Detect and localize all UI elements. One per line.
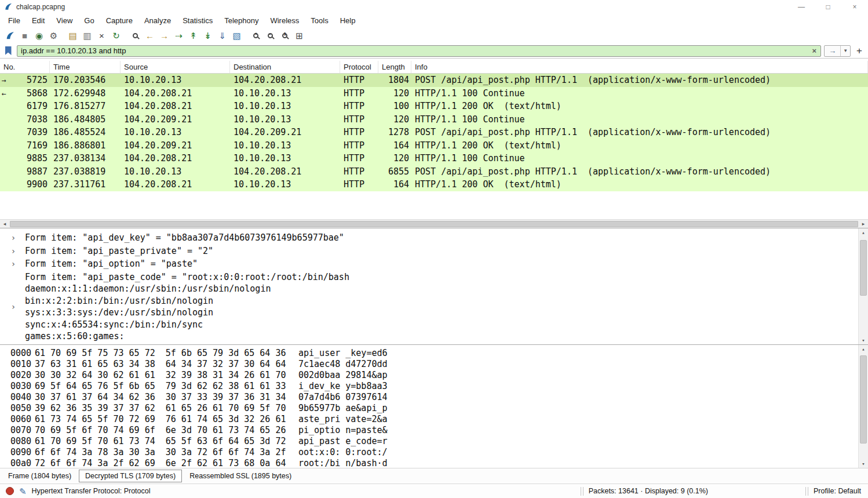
colorize-packets-button[interactable]: ▧: [229, 29, 244, 42]
hex-row[interactable]: 003069 5f 64 65 76 5f 6b 65 79 3d 62 62 …: [10, 381, 858, 392]
menu-item-capture[interactable]: Capture: [100, 14, 138, 27]
scroll-right-icon[interactable]: ▸: [859, 221, 868, 227]
auto-scroll-icon: ⇓: [218, 31, 226, 40]
go-forward-button[interactable]: →: [157, 29, 172, 42]
column-header-destination[interactable]: Destination: [230, 61, 340, 73]
expander-icon[interactable]: ›: [9, 233, 17, 242]
cell-no: 7169: [0, 140, 50, 151]
cell-length: 6855: [378, 166, 411, 177]
hex-row[interactable]: 00a072 6f 6f 74 3a 2f 62 69 6e 2f 62 61 …: [10, 458, 858, 468]
column-header-length[interactable]: Length: [378, 61, 411, 73]
menu-item-analyze[interactable]: Analyze: [138, 14, 177, 27]
reload-file-button[interactable]: ↻: [109, 29, 123, 42]
scroll-up-icon[interactable]: ▴: [859, 230, 868, 235]
expander-icon[interactable]: ›: [9, 246, 17, 256]
hex-vscrollbar[interactable]: ▴ ▾: [858, 345, 868, 468]
start-capture-button[interactable]: [3, 29, 17, 42]
menu-item-file[interactable]: File: [2, 14, 26, 27]
hex-row[interactable]: 001037 63 31 61 65 63 34 38 64 34 37 32 …: [10, 359, 858, 370]
column-header-no[interactable]: No.: [0, 61, 50, 73]
detail-scroll-thumb[interactable]: [860, 240, 867, 296]
hex-ascii: api_past e_code=r: [298, 436, 388, 446]
reassembled-ssl-tab[interactable]: Reassembled SSL (1895 bytes): [183, 470, 298, 482]
menu-item-telephony[interactable]: Telephony: [218, 14, 264, 27]
packet-list-hscrollbar[interactable]: ◂ ▸: [0, 219, 868, 228]
go-first-packet-button[interactable]: ↟: [186, 29, 200, 42]
close-button[interactable]: ×: [841, 0, 868, 13]
resize-columns-button[interactable]: ⊞: [292, 29, 307, 42]
packet-row[interactable]: →5725170.20354610.10.20.13104.20.208.21H…: [0, 74, 868, 87]
detail-item[interactable]: ›Form item: "api_option" = "paste": [0, 258, 858, 270]
save-file-button[interactable]: ▥: [80, 29, 94, 42]
decrypted-tls-tab[interactable]: Decrypted TLS (1709 bytes): [79, 470, 182, 482]
menu-item-edit[interactable]: Edit: [26, 14, 50, 27]
cell-protocol: HTTP: [340, 166, 378, 177]
menu-item-statistics[interactable]: Statistics: [177, 14, 218, 27]
expander-icon[interactable]: ›: [9, 259, 17, 268]
frame-tab[interactable]: Frame (1804 bytes): [2, 470, 78, 482]
packet-row[interactable]: ←5868172.629948104.20.208.2110.10.20.13H…: [0, 87, 868, 100]
hex-scroll-thumb[interactable]: [860, 355, 867, 444]
scroll-down-icon[interactable]: ▾: [859, 461, 868, 467]
capture-options-button[interactable]: ⚙: [46, 29, 61, 42]
column-header-time[interactable]: Time: [50, 61, 121, 73]
hex-row[interactable]: 008061 70 69 5f 70 61 73 74 65 5f 63 6f …: [10, 436, 858, 447]
find-packet-button[interactable]: [128, 29, 143, 42]
detail-vscrollbar[interactable]: ▴ ▾: [858, 228, 868, 344]
maximize-button[interactable]: □: [815, 0, 841, 13]
packet-row[interactable]: 9887237.03881910.10.20.13104.20.208.21HT…: [0, 165, 868, 179]
minimize-button[interactable]: —: [788, 0, 815, 13]
auto-scroll-button[interactable]: ⇓: [215, 29, 229, 42]
hex-row[interactable]: 006061 73 74 65 5f 70 72 69 76 61 74 65 …: [10, 414, 858, 425]
menu-item-help[interactable]: Help: [334, 14, 362, 27]
menu-item-tools[interactable]: Tools: [305, 14, 334, 27]
packet-row[interactable]: 6179176.815277104.20.208.2110.10.20.13HT…: [0, 100, 868, 113]
detail-item[interactable]: ›Form item: "api_paste_code" = "root:x:0…: [0, 271, 858, 343]
hex-row[interactable]: 000061 70 69 5f 75 73 65 72 5f 6b 65 79 …: [10, 348, 858, 359]
filter-clear-button[interactable]: ×: [811, 46, 819, 55]
zoom-100-button[interactable]: 1: [278, 29, 292, 42]
packet-row[interactable]: 7039186.48552410.10.20.13104.20.209.21HT…: [0, 126, 868, 139]
zoom-in-button[interactable]: +: [249, 29, 263, 42]
expert-info-icon[interactable]: [6, 487, 14, 495]
filter-apply-button[interactable]: →: [825, 46, 840, 55]
hex-row[interactable]: 007070 69 5f 6f 70 74 69 6f 6e 3d 70 61 …: [10, 425, 858, 436]
expander-icon[interactable]: ›: [9, 302, 17, 311]
detail-item[interactable]: ›Form item: "api_paste_private" = "2": [0, 245, 858, 257]
column-header-protocol[interactable]: Protocol: [340, 61, 378, 73]
open-file-button[interactable]: ▤: [65, 29, 80, 42]
cell-protocol: HTTP: [340, 88, 378, 99]
packet-row[interactable]: 9885237.038134104.20.208.2110.10.20.13HT…: [0, 152, 868, 165]
hex-offset: 0020: [10, 370, 31, 381]
menu-item-wireless[interactable]: Wireless: [264, 14, 305, 27]
hex-row[interactable]: 00906f 6f 74 3a 78 3a 30 3a 30 3a 72 6f …: [10, 447, 858, 458]
scroll-left-icon[interactable]: ◂: [0, 221, 9, 227]
packet-row[interactable]: 7038186.484805104.20.209.2110.10.20.13HT…: [0, 113, 868, 126]
filter-dropdown-button[interactable]: ▼: [840, 46, 850, 56]
hex-row[interactable]: 002030 30 32 64 30 62 61 61 32 39 38 31 …: [10, 370, 858, 381]
filter-bookmark-button[interactable]: [2, 45, 14, 57]
menu-item-go[interactable]: Go: [78, 14, 100, 27]
capture-comment-icon[interactable]: ✎: [19, 487, 27, 496]
stop-capture-button[interactable]: ■: [17, 29, 32, 42]
column-header-source[interactable]: Source: [121, 61, 230, 73]
go-back-button[interactable]: ←: [143, 29, 157, 42]
packet-row[interactable]: 9900237.311761104.20.208.2110.10.20.13HT…: [0, 178, 868, 191]
go-last-packet-button[interactable]: ↡: [200, 29, 215, 42]
packet-row[interactable]: 7169186.886801104.20.209.2110.10.20.13HT…: [0, 139, 868, 152]
detail-item[interactable]: ›Form item: "api_dev_key" = "bb8aa307a7d…: [0, 232, 858, 244]
go-to-packet-button[interactable]: ⇢: [172, 29, 186, 42]
menu-item-view[interactable]: View: [50, 14, 78, 27]
scroll-down-icon[interactable]: ▾: [859, 337, 868, 343]
zoom-out-button[interactable]: -: [263, 29, 278, 42]
close-file-button[interactable]: ×: [94, 29, 109, 42]
hscroll-thumb[interactable]: [10, 221, 858, 227]
display-filter-input[interactable]: [20, 46, 811, 56]
scroll-up-icon[interactable]: ▴: [859, 346, 868, 352]
column-header-info[interactable]: Info: [411, 61, 868, 73]
hex-row[interactable]: 004030 37 61 37 64 34 62 36 30 37 33 39 …: [10, 392, 858, 403]
restart-capture-button[interactable]: ◉: [32, 29, 46, 42]
filter-add-button[interactable]: +: [854, 46, 865, 56]
hex-row[interactable]: 005039 62 36 35 39 37 37 62 61 65 26 61 …: [10, 403, 858, 414]
hex-bytes: 30 37 61 37 64 34 62 36 30 37 33 39 37 3…: [35, 392, 285, 403]
